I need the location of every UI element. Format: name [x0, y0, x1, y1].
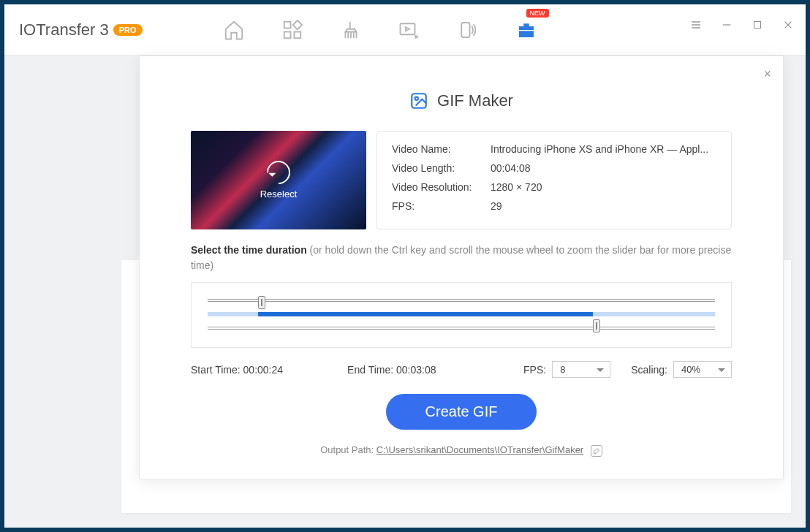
- modal-title: GIF Maker: [191, 91, 732, 110]
- modal-close-icon[interactable]: ×: [763, 66, 771, 82]
- svg-rect-5: [461, 23, 469, 37]
- end-time: End Time: 00:03:08: [347, 364, 436, 376]
- new-badge: NEW: [526, 9, 549, 18]
- nav-apps-icon[interactable]: [281, 19, 303, 41]
- svg-point-14: [415, 97, 418, 100]
- slider-start-handle[interactable]: [258, 296, 265, 309]
- title-bar: IOTransfer 3 PRO NEW: [4, 4, 806, 56]
- image-icon: [409, 91, 428, 110]
- gif-maker-modal: × GIF Maker Reselect Video Name: Introdu…: [139, 56, 784, 479]
- nav-video-icon[interactable]: [398, 19, 420, 41]
- svg-rect-4: [400, 23, 415, 34]
- meta-fps-value: 29: [491, 200, 716, 212]
- refresh-icon: [262, 156, 295, 189]
- modal-title-text: GIF Maker: [437, 91, 513, 110]
- nav-clean-icon[interactable]: [340, 19, 362, 41]
- time-slider: [191, 282, 732, 348]
- svg-rect-1: [292, 20, 301, 28]
- fps-select[interactable]: 8: [552, 361, 610, 378]
- app-logo: IOTransfer 3 PRO: [19, 20, 143, 39]
- output-label: Output Path:: [320, 444, 376, 455]
- nav-airplay-icon[interactable]: [457, 19, 479, 41]
- edit-path-icon[interactable]: [591, 445, 602, 457]
- info-row: Reselect Video Name: Introducing iPhone …: [191, 131, 732, 229]
- meta-res-value: 1280 × 720: [491, 181, 716, 193]
- scaling-label: Scaling:: [631, 364, 667, 376]
- svg-rect-2: [284, 31, 290, 38]
- meta-length-label: Video Length:: [392, 162, 491, 174]
- app-name: IOTransfer 3: [19, 20, 109, 39]
- meta-length-value: 00:04:08: [491, 162, 716, 174]
- video-meta: Video Name: Introducing iPhone XS and iP…: [376, 131, 732, 229]
- controls-row: Start Time: 00:00:24 End Time: 00:03:08 …: [191, 361, 732, 378]
- nav-home-icon[interactable]: [223, 19, 245, 41]
- output-path-row: Output Path: C:\Users\srikant\Documents\…: [191, 444, 732, 457]
- svg-rect-10: [754, 22, 761, 28]
- nav-bar: NEW: [223, 19, 537, 41]
- meta-fps-label: FPS:: [392, 200, 491, 212]
- meta-name-value: Introducing iPhone XS and iPhone XR — Ap…: [491, 143, 716, 155]
- svg-rect-3: [294, 31, 300, 38]
- minimize-icon[interactable]: [718, 16, 735, 34]
- scaling-select[interactable]: 40%: [673, 361, 732, 378]
- fps-label: FPS:: [523, 364, 546, 376]
- reselect-label: Reselect: [260, 189, 298, 200]
- create-gif-button[interactable]: Create GIF: [386, 394, 537, 430]
- menu-icon[interactable]: [687, 16, 705, 34]
- nav-toolbox-icon[interactable]: NEW: [515, 19, 537, 41]
- slider-end-handle[interactable]: [593, 319, 600, 332]
- slider-rail-bottom: [208, 327, 715, 330]
- meta-name-label: Video Name:: [392, 143, 491, 155]
- svg-rect-0: [284, 21, 290, 28]
- instruction-text: Select the time duration (or hold down t…: [191, 243, 732, 273]
- scaling-selector: Scaling: 40%: [631, 361, 732, 378]
- close-icon[interactable]: [779, 16, 797, 34]
- meta-res-label: Video Resolution:: [392, 181, 491, 193]
- slider-rail-top: [208, 299, 715, 302]
- start-time: Start Time: 00:00:24: [191, 364, 283, 376]
- fps-selector: FPS: 8: [523, 361, 610, 378]
- reselect-button[interactable]: Reselect: [191, 131, 366, 229]
- slider-active-range: [258, 312, 593, 316]
- video-thumbnail: Reselect: [191, 131, 366, 229]
- output-path-link[interactable]: C:\Users\srikant\Documents\IOTransfer\Gi…: [376, 444, 583, 455]
- pro-badge: PRO: [113, 24, 143, 36]
- app-window: IOTransfer 3 PRO NEW: [4, 4, 806, 528]
- instruction-bold: Select the time duration: [191, 244, 307, 256]
- maximize-icon[interactable]: [749, 16, 766, 34]
- window-controls: [687, 16, 797, 34]
